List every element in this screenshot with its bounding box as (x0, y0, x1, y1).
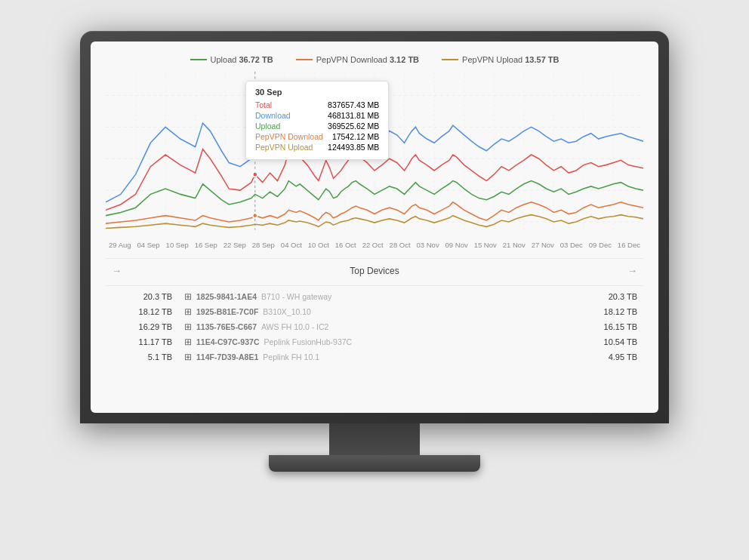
legend-upload-label: Upload 36.72 TB (211, 55, 273, 64)
tooltip-value-pepvpn-download: 17542.12 MB (332, 132, 379, 141)
xaxis-label-8: 16 Oct (335, 241, 356, 249)
xaxis-label-7: 10 Oct (308, 241, 329, 249)
device-size-right-4: 4.95 TB (596, 352, 637, 362)
xaxis-label-9: 22 Oct (362, 241, 384, 249)
device-left-4: 5.1 TB (112, 352, 172, 362)
tooltip-label-pepvpn-download: PepVPN Download (255, 132, 323, 141)
tooltip-value-download: 468131.81 MB (328, 111, 379, 120)
xaxis-label-12: 09 Nov (445, 241, 468, 249)
device-row-1: 18.12 TB ⊞ 1925-B81E-7C0F B310X_10.10 18… (106, 304, 643, 319)
xaxis-label-17: 09 Dec (589, 241, 612, 249)
device-center-4: ⊞ 114F-7D39-A8E1 Peplink FH 10.1 (172, 352, 596, 362)
device-center-3: ⊞ 11E4-C97C-937C Peplink FusionHub-937C (172, 337, 596, 347)
device-name-0: B710 - WH gateway (261, 292, 331, 301)
device-name-3: Peplink FusionHub-937C (264, 337, 352, 346)
legend-upload: Upload 36.72 TB (190, 55, 273, 64)
tooltip-row-pepvpn-download: PepVPN Download 17542.12 MB (255, 132, 379, 141)
device-id-3: 11E4-C97C-937C (196, 337, 259, 346)
legend-pepvpn-download-label: PepVPN Download 3.12 TB (316, 55, 419, 64)
device-icon-2: ⊞ (184, 322, 192, 332)
device-left-2: 16.29 TB (112, 322, 172, 331)
device-id-0: 1825-9841-1AE4 (196, 292, 257, 301)
tooltip-value-upload: 369525.62 MB (328, 122, 379, 131)
section-header: → Top Devices → (106, 262, 643, 279)
legend-pepvpn-upload: PepVPN Upload 13.57 TB (442, 55, 559, 64)
device-center-1: ⊞ 1925-B81E-7C0F B310X_10.10 (172, 306, 596, 317)
xaxis-label-11: 03 Nov (417, 241, 439, 249)
device-size-right-1: 18.12 TB (596, 307, 637, 316)
tooltip-date: 30 Sep (255, 88, 379, 97)
xaxis-label-5: 28 Sep (252, 241, 275, 249)
device-id-4: 114F-7D39-A8E1 (196, 352, 258, 362)
device-left-3: 11.17 TB (112, 337, 172, 346)
legend-pepvpn-download-line (296, 59, 313, 60)
device-row-4: 5.1 TB ⊞ 114F-7D39-A8E1 Peplink FH 10.1 … (106, 349, 643, 365)
device-name-4: Peplink FH 10.1 (263, 352, 319, 362)
chart-container: 30 Sep Total 837657.43 MB Download 46813… (106, 72, 643, 238)
device-size-right-3: 10.54 TB (596, 337, 637, 346)
legend-pepvpn-upload-label: PepVPN Upload 13.57 TB (462, 55, 559, 64)
xaxis-label-14: 21 Nov (503, 241, 526, 249)
xaxis-label-2: 10 Sep (166, 241, 189, 249)
device-id-2: 1135-76E5-C667 (196, 322, 257, 331)
legend-pepvpn-upload-line (442, 59, 458, 60)
device-icon-4: ⊞ (184, 352, 192, 362)
section-arrow-left[interactable]: → (112, 265, 122, 276)
device-icon-1: ⊞ (184, 306, 192, 317)
device-center-0: ⊞ 1825-9841-1AE4 B710 - WH gateway (172, 291, 596, 302)
device-icon-3: ⊞ (184, 337, 192, 347)
device-size-right-2: 16.15 TB (596, 322, 637, 331)
chart-legend: Upload 36.72 TB PepVPN Download 3.12 TB … (106, 55, 643, 64)
tooltip-value-pepvpn-upload: 124493.85 MB (328, 143, 379, 152)
tooltip-label-total: Total (255, 100, 272, 109)
device-size-left-2: 16.29 TB (131, 322, 172, 331)
monitor-body: Upload 36.72 TB PepVPN Download 3.12 TB … (80, 31, 669, 423)
device-size-left-1: 18.12 TB (131, 307, 172, 316)
tooltip-value-total: 837657.43 MB (328, 100, 379, 109)
device-size-left-0: 20.3 TB (131, 292, 172, 301)
xaxis-label-3: 16 Sep (195, 241, 217, 249)
svg-point-23 (253, 172, 257, 177)
device-icon-0: ⊞ (184, 291, 192, 302)
tooltip-label-pepvpn-upload: PepVPN Upload (255, 143, 313, 152)
chart-tooltip: 30 Sep Total 837657.43 MB Download 46813… (245, 81, 389, 160)
xaxis-label-0: 29 Aug (109, 241, 131, 249)
legend-pepvpn-download: PepVPN Download 3.12 TB (296, 55, 419, 64)
tooltip-row-pepvpn-upload: PepVPN Upload 124493.85 MB (255, 143, 379, 152)
device-left-0: 20.3 TB (112, 292, 172, 301)
section-arrow-right[interactable]: → (627, 265, 637, 276)
xaxis-label-6: 04 Oct (281, 241, 302, 249)
xaxis-label-10: 28 Oct (390, 241, 411, 249)
svg-point-24 (253, 214, 257, 218)
xaxis-label-13: 15 Nov (474, 241, 497, 249)
device-left-1: 18.12 TB (112, 307, 172, 316)
xaxis-label-4: 22 Sep (223, 241, 246, 249)
device-row-3: 11.17 TB ⊞ 11E4-C97C-937C Peplink Fusion… (106, 334, 643, 349)
tooltip-row-total: Total 837657.43 MB (255, 100, 379, 109)
device-size-left-3: 11.17 TB (131, 337, 172, 346)
xaxis-label-18: 16 Dec (618, 241, 640, 249)
device-name-2: AWS FH 10.0 - IC2 (261, 322, 328, 331)
xaxis-label-16: 03 Dec (560, 241, 583, 249)
device-size-left-4: 5.1 TB (131, 352, 172, 362)
tooltip-label-upload: Upload (255, 122, 280, 131)
monitor-screen: Upload 36.72 TB PepVPN Download 3.12 TB … (91, 42, 658, 413)
legend-upload-line (190, 59, 207, 60)
tooltip-row-download: Download 468131.81 MB (255, 111, 379, 120)
xaxis-label-1: 04 Sep (137, 241, 160, 249)
tooltip-row-upload: Upload 369525.62 MB (255, 122, 379, 131)
device-row-2: 16.29 TB ⊞ 1135-76E5-C667 AWS FH 10.0 - … (106, 319, 643, 334)
chart-xaxis: 29 Aug 04 Sep 10 Sep 16 Sep 22 Sep 28 Se… (106, 241, 643, 249)
section-divider-bottom (106, 285, 643, 286)
monitor-neck (329, 423, 420, 455)
tooltip-label-download: Download (255, 111, 291, 120)
monitor-base (269, 455, 480, 472)
section-title: Top Devices (350, 266, 399, 276)
device-row-0: 20.3 TB ⊞ 1825-9841-1AE4 B710 - WH gatew… (106, 289, 643, 304)
section-divider-top (106, 258, 643, 259)
xaxis-label-15: 27 Nov (532, 241, 554, 249)
monitor-wrapper: Upload 36.72 TB PepVPN Download 3.12 TB … (80, 31, 669, 529)
device-id-1: 1925-B81E-7C0F (196, 307, 258, 316)
device-name-1: B310X_10.10 (263, 307, 311, 316)
device-size-right-0: 20.3 TB (596, 292, 637, 301)
